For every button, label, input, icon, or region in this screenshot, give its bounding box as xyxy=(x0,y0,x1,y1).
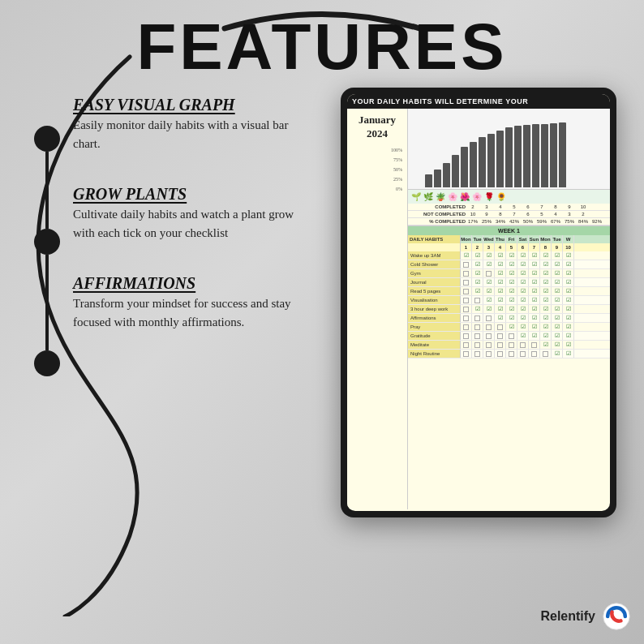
habit-name: Journal xyxy=(408,278,461,286)
habit-name: Night Routine xyxy=(408,350,461,358)
habit-name: Gym xyxy=(408,269,461,277)
day-number: 9 xyxy=(552,243,563,251)
habit-cell: ☑ xyxy=(472,278,483,286)
habit-cell: ☑ xyxy=(552,341,563,349)
habit-cell: ☑ xyxy=(540,305,552,313)
habit-cell: ☑ xyxy=(483,260,495,268)
not-completed-values: 1098765432 xyxy=(468,212,588,217)
habit-cell: ☑ xyxy=(563,314,574,322)
habit-cell: ☑ xyxy=(472,305,483,313)
habit-cell: ☑ xyxy=(540,269,552,277)
stat-value: 92% xyxy=(592,219,602,224)
day-col-header: Tue xyxy=(472,235,483,243)
habit-row: Affirmations☑☑☑☑☑☑☑ xyxy=(408,314,610,323)
page-title: FEATURES xyxy=(136,15,507,79)
stat-value: 3 xyxy=(482,204,492,209)
habit-cell: ☑ xyxy=(506,305,517,313)
habit-cell: ☑ xyxy=(552,332,563,340)
completed-label: COMPLETED xyxy=(411,204,468,209)
habit-cell xyxy=(529,341,540,349)
habit-cell: ☑ xyxy=(472,260,483,268)
habit-cell xyxy=(483,269,495,277)
habit-cell xyxy=(540,350,552,358)
tablet-month-panel: January 2024 100% 75% 50% 25% 0% xyxy=(347,109,408,509)
habit-cell: ☑ xyxy=(529,260,540,268)
habit-cell: ☑ xyxy=(483,278,495,286)
habit-cell: ☑ xyxy=(517,323,529,331)
chart-bar xyxy=(496,131,504,187)
habit-cell xyxy=(472,350,483,358)
habit-cell: ☑ xyxy=(506,260,517,268)
habit-cell xyxy=(483,314,495,322)
day-number: 7 xyxy=(529,243,540,251)
habit-cell xyxy=(461,350,472,358)
page-header: FEATURES xyxy=(136,15,507,79)
habit-cell: ☑ xyxy=(563,305,574,313)
stats-section: COMPLETED 2345678910 NOT COMPLETED 10987… xyxy=(408,204,610,226)
habit-row: Meditate☑☑☑ xyxy=(408,341,610,350)
habit-cell: ☑ xyxy=(472,287,483,295)
bar-chart xyxy=(408,109,610,190)
habit-cell: ☑ xyxy=(495,287,506,295)
habit-cell: ☑ xyxy=(529,305,540,313)
stat-value: 42% xyxy=(509,219,519,224)
habit-row: Wake up 3AM☑☑☑☑☑☑☑☑☑☑ xyxy=(408,251,610,260)
chart-bar xyxy=(443,163,450,187)
habit-cell xyxy=(517,350,529,358)
habit-cell: ☑ xyxy=(495,305,506,313)
day-number: 6 xyxy=(517,243,529,251)
habit-cell xyxy=(472,314,483,322)
habit-cell: ☑ xyxy=(495,269,506,277)
habit-cell: ☑ xyxy=(552,323,563,331)
habit-cell: ☑ xyxy=(495,278,506,286)
chart-bar xyxy=(470,142,477,187)
pct-row: % COMPLETED 17%25%34%42%50%59%67%75%84%9… xyxy=(408,218,610,225)
feature-section-affirmations: AFFIRMATIONS Transform your mindset for … xyxy=(73,274,324,331)
habit-tracker: WEEK 1 DAILY HABITS MonTueWedThuFriSatSu… xyxy=(408,226,610,509)
habit-cell: ☑ xyxy=(563,332,574,340)
habit-cell xyxy=(495,341,506,349)
feature-section-plants: GROW PLANTS Cultivate daily habits and w… xyxy=(73,185,324,242)
habit-cell: ☑ xyxy=(563,260,574,268)
day-numbers: 12345678910 xyxy=(461,243,574,251)
habit-cell xyxy=(529,350,540,358)
chart-bar xyxy=(505,127,513,187)
week-header: WEEK 1 xyxy=(408,226,610,235)
habit-cell: ☑ xyxy=(552,269,563,277)
habit-cell xyxy=(506,350,517,358)
habit-cell xyxy=(461,332,472,340)
habit-cell xyxy=(472,332,483,340)
day-col-header: Mon xyxy=(540,235,552,243)
habit-cell: ☑ xyxy=(540,260,552,268)
stat-value: 4 xyxy=(496,204,505,209)
habit-cell xyxy=(495,332,506,340)
feature-title-plants: GROW PLANTS xyxy=(73,185,324,204)
stat-value: 4 xyxy=(551,212,560,217)
habit-cell xyxy=(495,323,506,331)
stat-value: 6 xyxy=(523,212,533,217)
habit-cell: ☑ xyxy=(563,350,574,358)
tablet-month: January 2024 xyxy=(350,114,404,141)
stat-value: 17% xyxy=(468,219,478,224)
main-content: EASY VISUAL GRAPH Easily monitor daily h… xyxy=(0,88,644,644)
pct-values: 17%25%34%42%50%59%67%75%84%92% xyxy=(468,219,602,224)
chart-bar xyxy=(532,124,539,187)
habit-cell: ☑ xyxy=(529,278,540,286)
day-number: 8 xyxy=(540,243,552,251)
chart-y-axis: 100% 75% 50% 25% 0% xyxy=(350,148,404,191)
habit-cell: ☑ xyxy=(529,269,540,277)
habit-cell: ☑ xyxy=(552,305,563,313)
habit-cell: ☑ xyxy=(506,287,517,295)
tablet-screen: YOUR DAILY HABITS WILL DETERMINE YOUR Ja… xyxy=(347,94,610,511)
habit-cell xyxy=(472,341,483,349)
habit-cell: ☑ xyxy=(506,323,517,331)
habit-cell xyxy=(461,341,472,349)
day-col-header: Wed xyxy=(483,235,495,243)
habit-cell: ☑ xyxy=(495,251,506,260)
day-col-header: Mon xyxy=(461,235,472,243)
habit-cell: ☑ xyxy=(529,332,540,340)
habit-cell xyxy=(517,341,529,349)
day-number: 10 xyxy=(563,243,574,251)
habit-cell: ☑ xyxy=(563,251,574,260)
habit-cell xyxy=(461,323,472,331)
